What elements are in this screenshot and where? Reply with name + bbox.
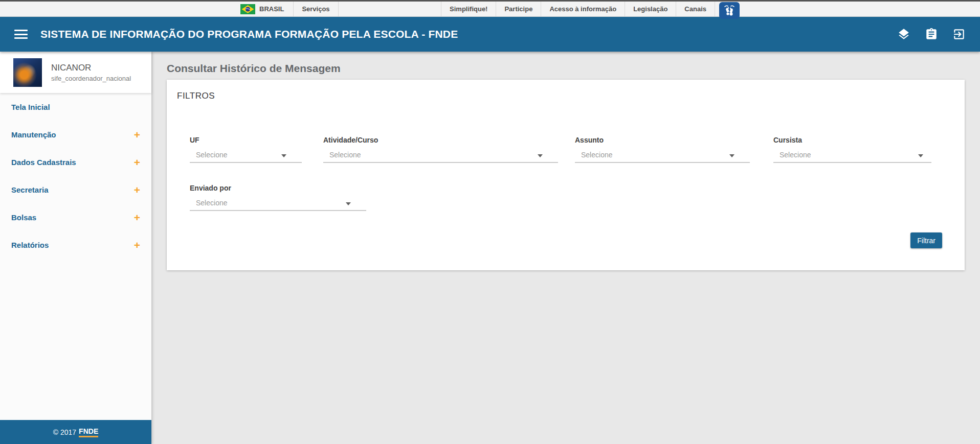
sidebar-item-tela-inicial[interactable]: Tela Inicial: [0, 93, 151, 121]
filters-card: FILTROS UF Selecione Atividade/Curso Sel…: [167, 80, 965, 270]
app-screen: BRASIL Serviços Simplifique! Participe A…: [0, 0, 980, 444]
avatar: [13, 58, 42, 87]
header-actions: [897, 28, 966, 41]
dropdown-caret-icon: [538, 154, 543, 157]
enviado-por-label: Enviado por: [190, 184, 366, 192]
gov-link-participe[interactable]: Participe: [496, 2, 541, 16]
gov-link-legislacao[interactable]: Legislação: [625, 2, 676, 16]
gov-link-simplifique[interactable]: Simplifique!: [441, 2, 496, 16]
uf-select[interactable]: Selecione: [190, 149, 302, 163]
logout-icon[interactable]: [952, 28, 966, 41]
gov-link-acesso-informacao[interactable]: Acesso à informação: [541, 2, 625, 16]
atividade-curso-label: Atividade/Curso: [323, 136, 558, 144]
copyright-text: © 2017: [53, 428, 76, 436]
gov-bar-inner: BRASIL Serviços Simplifique! Participe A…: [240, 2, 740, 16]
sidebar: NICANOR sife_coordenador_nacional Tela I…: [0, 52, 151, 444]
vlibras-hands-icon: [723, 5, 736, 17]
uf-label: UF: [190, 136, 302, 144]
assunto-select[interactable]: Selecione: [575, 149, 750, 163]
sidebar-item-relatorios[interactable]: Relatórios +: [0, 231, 151, 259]
dropdown-caret-icon: [729, 154, 734, 157]
gov-link-canais[interactable]: Canais: [676, 2, 715, 16]
assunto-label: Assunto: [575, 136, 750, 144]
sidebar-footer: © 2017 FNDE: [0, 420, 151, 444]
brazil-flag-icon: [240, 4, 255, 14]
sidebar-item-dados-cadastrais[interactable]: Dados Cadastrais +: [0, 148, 151, 176]
vlibras-accessibility-button[interactable]: [719, 2, 740, 19]
user-panel: NICANOR sife_coordenador_nacional: [0, 52, 151, 93]
dropdown-caret-icon: [346, 202, 351, 205]
filters-card-title: FILTROS: [177, 91, 215, 101]
field-cursista: Cursista Selecione: [773, 136, 931, 163]
user-texts: NICANOR sife_coordenador_nacional: [51, 63, 131, 82]
field-atividade-curso: Atividade/Curso Selecione: [323, 136, 558, 163]
gov-top-bar: BRASIL Serviços Simplifique! Participe A…: [0, 0, 980, 17]
gov-bar-spacer: [339, 2, 441, 16]
field-enviado-por: Enviado por Selecione: [190, 184, 366, 211]
enviado-por-select[interactable]: Selecione: [190, 197, 366, 211]
dropdown-caret-icon: [918, 154, 923, 157]
user-role: sife_coordenador_nacional: [51, 75, 131, 82]
app-title: SISTEMA DE INFORMAÇÃO DO PROGRAMA FORMAÇ…: [40, 28, 458, 40]
sidebar-item-secretaria[interactable]: Secretaria +: [0, 176, 151, 203]
expand-plus-icon: +: [134, 212, 140, 223]
expand-plus-icon: +: [134, 240, 140, 250]
app-header: SISTEMA DE INFORMAÇÃO DO PROGRAMA FORMAÇ…: [0, 17, 980, 52]
fnde-footer-link[interactable]: FNDE: [79, 427, 98, 437]
menu-hamburger-icon[interactable]: [14, 30, 28, 39]
dropdown-caret-icon: [281, 154, 286, 157]
cursista-label: Cursista: [773, 136, 931, 144]
gov-brand-brasil[interactable]: BRASIL: [240, 2, 293, 16]
expand-plus-icon: +: [134, 129, 140, 140]
clipboard-icon[interactable]: [925, 28, 938, 41]
main-content: Consultar Histórico de Mensagem FILTROS …: [151, 52, 980, 444]
field-assunto: Assunto Selecione: [575, 136, 750, 163]
gov-link-servicos[interactable]: Serviços: [293, 2, 338, 16]
gov-brand-label: BRASIL: [259, 5, 284, 13]
atividade-curso-select[interactable]: Selecione: [323, 149, 558, 163]
field-uf: UF Selecione: [190, 136, 302, 163]
expand-plus-icon: +: [134, 184, 140, 195]
layers-icon[interactable]: [897, 28, 910, 41]
sidebar-item-manutencao[interactable]: Manutenção +: [0, 121, 151, 148]
page-title: Consultar Histórico de Mensagem: [167, 62, 341, 75]
filtrar-button[interactable]: Filtrar: [910, 232, 942, 248]
sidebar-nav: Tela Inicial Manutenção + Dados Cadastra…: [0, 93, 151, 259]
sidebar-item-bolsas[interactable]: Bolsas +: [0, 203, 151, 231]
cursista-select[interactable]: Selecione: [773, 149, 931, 163]
expand-plus-icon: +: [134, 157, 140, 168]
user-name: NICANOR: [51, 63, 131, 73]
